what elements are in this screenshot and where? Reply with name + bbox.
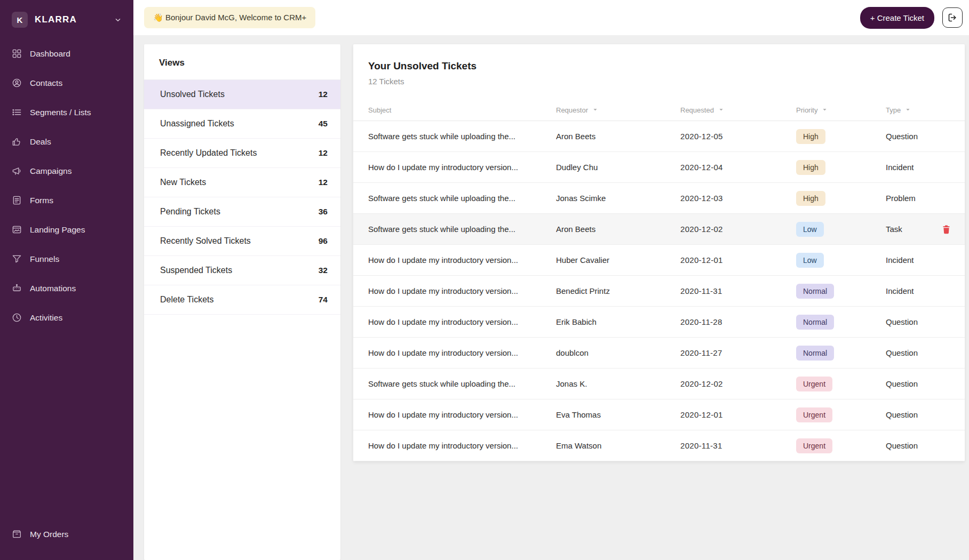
view-item-count: 12 <box>319 178 328 187</box>
logout-button[interactable] <box>942 7 963 28</box>
sidebar-item-dashboard[interactable]: Dashboard <box>0 43 133 65</box>
create-ticket-button[interactable]: + Create Ticket <box>860 7 934 29</box>
view-item-recently-updated-tickets[interactable]: Recently Updated Tickets12 <box>144 139 340 168</box>
ticket-priority: High <box>796 129 886 144</box>
ticket-type: Question <box>886 348 950 357</box>
view-item-label: Recently Solved Tickets <box>160 236 251 246</box>
column-label: Priority <box>796 106 817 114</box>
priority-badge: Normal <box>796 315 834 330</box>
sidebar-item-deals[interactable]: Deals <box>0 131 133 153</box>
view-item-unassigned-tickets[interactable]: Unassigned Tickets45 <box>144 109 340 139</box>
view-item-label: Recently Updated Tickets <box>160 148 257 158</box>
ticket-type: Problem <box>886 194 950 203</box>
sidebar-item-segments-lists[interactable]: Segments / Lists <box>0 101 133 123</box>
sidebar-item-label: Automations <box>30 284 76 293</box>
landing-pages-icon <box>12 225 22 235</box>
table-row[interactable]: Software gets stuck while uploading the.… <box>353 121 965 152</box>
ticket-subject: Software gets stuck while uploading the.… <box>368 132 556 141</box>
table-row[interactable]: How do I update my introductory version.… <box>353 245 965 276</box>
sidebar-item-funnels[interactable]: Funnels <box>0 248 133 270</box>
content-area: Views Unsolved Tickets12Unassigned Ticke… <box>133 35 969 560</box>
sort-caret-icon[interactable] <box>718 106 725 115</box>
table-row[interactable]: How do I update my introductory version.… <box>353 152 965 183</box>
ticket-requested-date: 2020-11-27 <box>680 348 796 357</box>
ticket-priority: Normal <box>796 346 886 361</box>
column-header-requestor[interactable]: Requestor <box>556 106 680 115</box>
view-item-count: 96 <box>319 236 328 246</box>
funnels-icon <box>12 254 22 264</box>
brand-menu[interactable]: K KLARRA <box>0 0 133 42</box>
view-item-label: Suspended Tickets <box>160 266 232 275</box>
sidebar-item-campaigns[interactable]: Campaigns <box>0 160 133 182</box>
column-header-priority[interactable]: Priority <box>796 106 886 115</box>
ticket-requested-date: 2020-12-03 <box>680 194 796 203</box>
table-row[interactable]: How do I update my introductory version.… <box>353 430 965 461</box>
ticket-type: Incident <box>886 255 950 265</box>
sidebar-item-label: Campaigns <box>30 166 72 176</box>
sidebar-item-activities[interactable]: Activities <box>0 307 133 329</box>
ticket-type: Question <box>886 132 950 141</box>
deals-icon <box>12 137 22 147</box>
sidebar-item-contacts[interactable]: Contacts <box>0 72 133 94</box>
table-row[interactable]: How do I update my introductory version.… <box>353 307 965 338</box>
ticket-requested-date: 2020-12-02 <box>680 225 796 234</box>
sort-caret-icon[interactable] <box>592 106 599 115</box>
ticket-requested-date: 2020-11-31 <box>680 441 796 450</box>
sidebar-item-landing-pages[interactable]: Landing Pages <box>0 219 133 241</box>
ticket-requestor: Aron Beets <box>556 132 680 141</box>
view-item-count: 12 <box>319 148 328 158</box>
ticket-requestor: Erik Babich <box>556 317 680 326</box>
ticket-priority: Normal <box>796 315 886 330</box>
view-item-pending-tickets[interactable]: Pending Tickets36 <box>144 197 340 227</box>
sidebar-item-label: Activities <box>30 313 62 323</box>
delete-ticket-button[interactable] <box>940 222 953 236</box>
view-item-count: 45 <box>319 119 328 129</box>
ticket-requested-date: 2020-11-31 <box>680 286 796 295</box>
trash-icon <box>942 225 951 234</box>
contacts-icon <box>12 78 22 88</box>
priority-badge: Low <box>796 253 824 268</box>
table-row[interactable]: Software gets stuck while uploading the.… <box>353 369 965 399</box>
ticket-requested-date: 2020-12-01 <box>680 255 796 265</box>
ticket-requestor: Eva Thomas <box>556 410 680 419</box>
sidebar-item-forms[interactable]: Forms <box>0 189 133 211</box>
view-item-unsolved-tickets[interactable]: Unsolved Tickets12 <box>144 80 340 109</box>
sort-caret-icon[interactable] <box>904 106 911 115</box>
sidebar-item-automations[interactable]: Automations <box>0 277 133 299</box>
column-header-type[interactable]: Type <box>886 106 950 115</box>
priority-badge: Normal <box>796 284 834 299</box>
view-item-new-tickets[interactable]: New Tickets12 <box>144 168 340 197</box>
table-row[interactable]: How do I update my introductory version.… <box>353 399 965 430</box>
column-header-requested[interactable]: Requested <box>680 106 796 115</box>
ticket-subject: Software gets stuck while uploading the.… <box>368 225 556 234</box>
view-item-recently-solved-tickets[interactable]: Recently Solved Tickets96 <box>144 227 340 256</box>
views-list: Unsolved Tickets12Unassigned Tickets45Re… <box>144 80 340 315</box>
view-item-label: Pending Tickets <box>160 207 220 217</box>
ticket-subject: Software gets stuck while uploading the.… <box>368 379 556 388</box>
sidebar-item-label: Funnels <box>30 254 59 264</box>
table-row[interactable]: How do I update my introductory version.… <box>353 276 965 307</box>
sidebar-item-my-orders[interactable]: My Orders <box>0 523 133 545</box>
table-row[interactable]: Software gets stuck while uploading the.… <box>353 183 965 214</box>
ticket-type: Question <box>886 379 950 388</box>
view-item-suspended-tickets[interactable]: Suspended Tickets32 <box>144 256 340 285</box>
ticket-type: Question <box>886 441 950 450</box>
table-row[interactable]: Software gets stuck while uploading the.… <box>353 214 965 245</box>
view-item-label: Delete Tickets <box>160 295 213 305</box>
ticket-requested-date: 2020-11-28 <box>680 317 796 326</box>
activities-icon <box>12 313 22 323</box>
sidebar-item-label: Contacts <box>30 78 62 88</box>
priority-badge: High <box>796 160 825 175</box>
views-panel: Views Unsolved Tickets12Unassigned Ticke… <box>144 44 340 560</box>
tickets-header: Your Unsolved Tickets 12 Tickets <box>353 44 965 100</box>
ticket-priority: Low <box>796 222 886 237</box>
ticket-priority: Urgent <box>796 407 886 422</box>
ticket-type: Incident <box>886 163 950 172</box>
ticket-type: Question <box>886 410 950 419</box>
page-title: Your Unsolved Tickets <box>368 60 950 72</box>
topbar: 👋 Bonjour David McG, Welcome to CRM+ + C… <box>133 0 969 35</box>
view-item-delete-tickets[interactable]: Delete Tickets74 <box>144 285 340 315</box>
table-row[interactable]: How do I update my introductory version.… <box>353 338 965 369</box>
ticket-priority: Urgent <box>796 377 886 391</box>
sort-caret-icon[interactable] <box>821 106 828 115</box>
